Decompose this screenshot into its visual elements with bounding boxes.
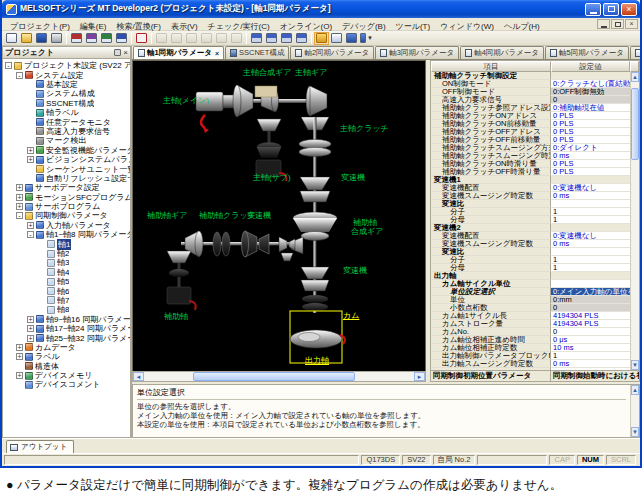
param-row-カム軸1サイクル長[interactable]: カム軸1サイクル長4194304 PLS (431, 312, 630, 320)
toolbar-button-mon-purple[interactable] (84, 32, 99, 45)
close-button[interactable]: × (621, 3, 637, 16)
param-row-小数点桁数[interactable]: 小数点桁数0 (431, 304, 630, 312)
param-value[interactable]: 0 PLS (551, 128, 630, 136)
param-row-分子[interactable]: 分子1 (431, 256, 630, 264)
param-row-補助軸クラッチスムージング方式[interactable]: 補助軸クラッチスムージング方式0:ダイレクト (431, 144, 630, 152)
param-value[interactable]: 0 (551, 304, 630, 312)
toolbar-button-mark[interactable] (134, 32, 149, 45)
param-row-カム軸サイクル単位[interactable]: カム軸サイクル単位 (431, 280, 630, 288)
toolbar-button-read[interactable] (264, 32, 279, 45)
synchronization-diagram-canvas[interactable]: 主軸(メイン)主軸合成ギア主軸ギア主軸クラッチ主軸(サブ)変速機補助軸ギア補助軸… (132, 60, 426, 371)
param-value[interactable]: 0 PLS (551, 136, 630, 144)
param-value[interactable]: 0:mm (551, 296, 630, 304)
toolbar-button-cut[interactable] (184, 32, 199, 45)
param-row-変速機配置[interactable]: 変速機配置0:変速機なし (431, 232, 630, 240)
toolbar-button-new[interactable] (4, 32, 19, 45)
toolbar-button-paste[interactable] (214, 32, 229, 45)
param-row-カムNo.[interactable]: カムNo.0 (431, 328, 630, 336)
param-row-変速機スムージング時定数[interactable]: 変速機スムージング時定数0 ms (431, 240, 630, 248)
param-row-変速機1[interactable]: 変速機1 (431, 176, 630, 184)
param-row-補助軸クラッチON前移動量[interactable]: 補助軸クラッチON前移動量0 PLS (431, 120, 630, 128)
scroll-down-icon[interactable]: ▼ (631, 427, 639, 437)
scroll-down-icon[interactable]: ▼ (631, 360, 639, 370)
toolbar-button-output-window[interactable] (329, 32, 344, 45)
expand-icon[interactable]: + (27, 325, 34, 332)
tab-軸4同期パラメータ[interactable]: 軸4同期パラメータ (460, 46, 544, 59)
tab-軸6同期パラメータ[interactable]: 軸6同期パラメータ (630, 46, 640, 59)
mdi-close-button[interactable]: × (625, 19, 638, 29)
param-value[interactable]: 0 PLS (551, 160, 630, 168)
param-row-単位[interactable]: 単位0:mm (431, 296, 630, 304)
tree-item-デバイスコメント[interactable]: デバイスコメント (5, 380, 130, 389)
tab-close-icon[interactable]: × (215, 50, 219, 57)
mdi-restore-button[interactable] (611, 19, 624, 29)
help-vertical-scrollbar[interactable]: ▲ ▼ (630, 385, 639, 437)
tab-SSCNET構成[interactable]: SSCNET構成 (225, 46, 289, 59)
param-value[interactable]: 0 (551, 96, 630, 104)
toolbar-button-save[interactable] (34, 32, 49, 45)
toolbar-button-monitor-mode[interactable] (344, 32, 359, 45)
toolbar-button-delete[interactable] (229, 32, 244, 45)
scroll-up-icon[interactable]: ▲ (631, 72, 639, 82)
toolbar-button-write[interactable] (249, 32, 264, 45)
param-row-変速機配置[interactable]: 変速機配置0:変速機なし (431, 184, 630, 192)
param-value[interactable]: 0 μs (551, 336, 630, 344)
param-value[interactable]: 1 (551, 264, 630, 272)
param-row-カム軸位相補正進め時間[interactable]: カム軸位相補正進め時間0 μs (431, 336, 630, 344)
param-row-分子[interactable]: 分子1 (431, 208, 630, 216)
param-value[interactable]: 0 PLS (551, 168, 630, 176)
param-value[interactable]: 0:変速機なし (551, 184, 630, 192)
param-row-出力軸スムージング時定数[interactable]: 出力軸スムージング時定数0 ms (431, 360, 630, 368)
pin-icon[interactable] (114, 49, 121, 56)
scroll-left-icon[interactable]: ◄ (133, 372, 144, 381)
tab-軸1同期パラメータ[interactable]: 軸1同期パラメータ× (133, 46, 224, 59)
toolbar-button-help[interactable]: ▼ (359, 32, 374, 45)
param-row-OFF制御モード[interactable]: OFF制御モード0:OFF制御無効 (431, 88, 630, 96)
tree-item-ラベル[interactable]: +ラベル (5, 352, 130, 361)
param-value[interactable]: 1 (551, 216, 630, 224)
param-row-補助軸クラッチ制御設定[interactable]: 補助軸クラッチ制御設定 (431, 72, 630, 80)
tab-軸5同期パラメータ[interactable]: 軸5同期パラメータ (545, 46, 629, 59)
param-value[interactable]: 1 (551, 256, 630, 264)
param-row-分母[interactable]: 分母1 (431, 216, 630, 224)
toolbar-button-redo[interactable] (169, 32, 184, 45)
tab-軸3同期パラメータ[interactable]: 軸3同期パラメータ (375, 46, 459, 59)
param-value[interactable]: 0 ms (551, 152, 630, 160)
param-row-補助軸クラッチOFF時滑り量[interactable]: 補助軸クラッチOFF時滑り量0 PLS (431, 168, 630, 176)
param-value[interactable]: 0:変速機なし (551, 232, 630, 240)
horizontal-scroll-thumb[interactable] (193, 372, 355, 381)
param-value[interactable]: 0 ms (551, 240, 630, 248)
expand-icon[interactable]: + (16, 194, 23, 201)
param-row-カム軸位相補正時定数[interactable]: カム軸位相補正時定数10 ms (431, 344, 630, 352)
param-row-補助軸クラッチOFF前移動量[interactable]: 補助軸クラッチOFF前移動量0 PLS (431, 136, 630, 144)
scroll-right-icon[interactable]: ► (414, 372, 425, 381)
param-row-変速機2[interactable]: 変速機2 (431, 224, 630, 232)
expand-icon[interactable]: + (16, 203, 23, 210)
maximize-button[interactable] (603, 3, 619, 16)
expand-icon[interactable]: + (27, 316, 34, 323)
expand-icon[interactable]: + (27, 147, 34, 154)
param-row-出力軸[interactable]: 出力軸 (431, 272, 630, 280)
mdi-minimize-button[interactable] (597, 19, 610, 29)
param-value[interactable]: 1 (551, 208, 630, 216)
toolbar-button-verify[interactable] (279, 32, 294, 45)
param-row-ON制御モード[interactable]: ON制御モード0:クラッチなし(直結動作) (431, 80, 630, 88)
expand-icon[interactable]: + (16, 184, 23, 191)
dropdown-caret-icon[interactable]: ▼ (367, 35, 373, 41)
param-value[interactable]: 0:ダイレクト (551, 144, 630, 152)
initial-position-parameter-row[interactable]: 同期制御初期位置パラメータ 同期制御始動時における初期位置合わ... (431, 370, 639, 381)
param-value[interactable]: 10 ms (551, 344, 630, 352)
toolbar-button-print[interactable] (49, 32, 64, 45)
expand-icon[interactable]: + (16, 372, 23, 379)
minimize-button[interactable] (585, 3, 601, 16)
param-value[interactable]: 0 PLS (551, 112, 630, 120)
param-value[interactable]: 0 ms (551, 360, 630, 368)
param-value[interactable]: 0 ms (551, 192, 630, 200)
expand-icon[interactable]: + (27, 222, 34, 229)
param-row-変速比[interactable]: 変速比 (431, 248, 630, 256)
toolbar-button-open[interactable] (19, 32, 34, 45)
param-value[interactable]: 0 (551, 328, 630, 336)
param-row-変速比[interactable]: 変速比 (431, 200, 630, 208)
param-row-単位設定選択[interactable]: 単位設定選択0:メイン入力軸の単位を使用 (431, 288, 630, 296)
collapse-icon[interactable]: - (16, 212, 23, 219)
